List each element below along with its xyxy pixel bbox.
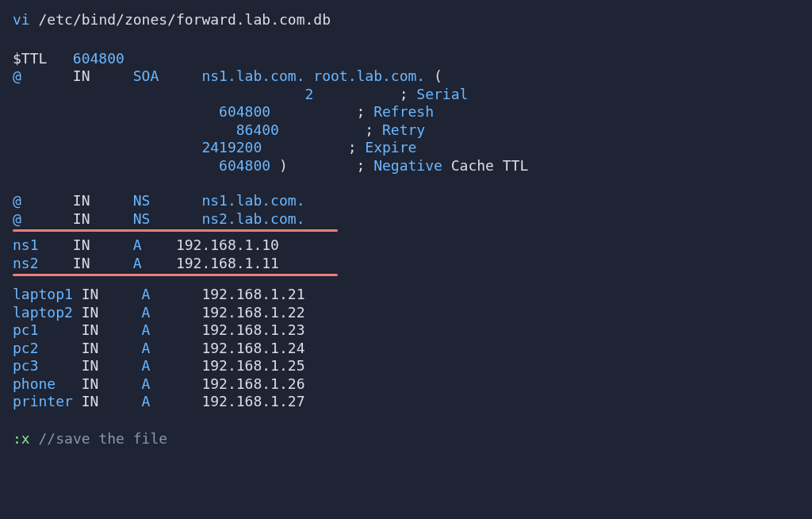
editor-command-line: vi /etc/bind/zones/forward.lab.com.db — [13, 11, 799, 29]
vi-save-comment: //save the file — [39, 430, 168, 447]
vi-footer-command[interactable]: :x //save the file — [13, 430, 799, 448]
highlight-divider — [13, 229, 338, 232]
cmd-name: vi — [13, 11, 30, 28]
file-content[interactable]: $TTL 604800 @ IN SOA ns1.lab.com. root.l… — [13, 50, 799, 411]
highlight-divider — [13, 274, 338, 276]
vi-save-cmd: :x — [13, 430, 30, 447]
file-path: /etc/bind/zones/forward.lab.com.db — [39, 11, 331, 28]
